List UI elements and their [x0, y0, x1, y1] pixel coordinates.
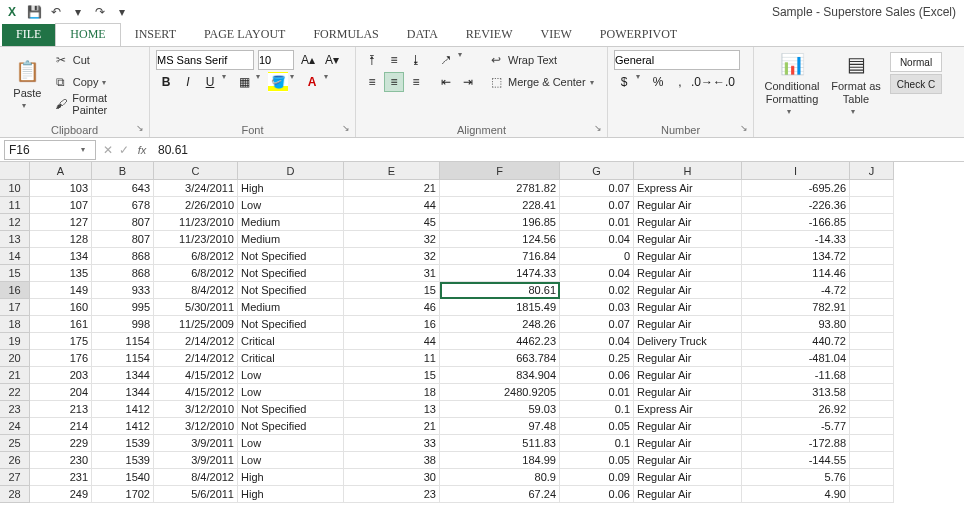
cell[interactable]: 4/15/2012 [154, 384, 238, 401]
cell[interactable]: Regular Air [634, 197, 742, 214]
copy-button[interactable]: ⧉Copy▾ [53, 72, 143, 92]
cell[interactable]: -14.33 [742, 231, 850, 248]
col-header-B[interactable]: B [92, 162, 154, 180]
cell[interactable]: 1815.49 [440, 299, 560, 316]
cell[interactable]: 716.84 [440, 248, 560, 265]
cell[interactable]: Not Specified [238, 418, 344, 435]
style-check-cell[interactable]: Check C [890, 74, 942, 94]
cf-dropdown-icon[interactable]: ▾ [787, 107, 797, 116]
row-header[interactable]: 22 [0, 384, 30, 401]
cell[interactable]: 230 [30, 452, 92, 469]
cell[interactable]: Not Specified [238, 282, 344, 299]
cell[interactable]: Delivery Truck [634, 333, 742, 350]
cell[interactable]: 11/25/2009 [154, 316, 238, 333]
cell[interactable]: Regular Air [634, 486, 742, 503]
cell[interactable]: -172.88 [742, 435, 850, 452]
align-top-button[interactable]: ⭱ [362, 50, 382, 70]
row-header[interactable]: 25 [0, 435, 30, 452]
cell[interactable]: 5/6/2011 [154, 486, 238, 503]
qat-customize-icon[interactable]: ▾ [114, 4, 130, 20]
clipboard-dialog-launcher[interactable]: ↘ [134, 122, 146, 134]
tab-home[interactable]: HOME [55, 23, 120, 46]
cell[interactable] [850, 231, 894, 248]
cell[interactable]: 161 [30, 316, 92, 333]
cell[interactable]: 0.07 [560, 180, 634, 197]
namebox-dropdown-icon[interactable]: ▾ [81, 145, 91, 154]
cell[interactable]: 0.09 [560, 469, 634, 486]
cell[interactable]: 103 [30, 180, 92, 197]
merge-center-button[interactable]: ⬚Merge & Center▾ [488, 72, 600, 92]
cell[interactable]: 1412 [92, 401, 154, 418]
cell[interactable]: 0.06 [560, 367, 634, 384]
cell[interactable]: High [238, 469, 344, 486]
row-header[interactable]: 27 [0, 469, 30, 486]
cell[interactable] [850, 486, 894, 503]
cell[interactable]: 995 [92, 299, 154, 316]
cut-button[interactable]: ✂Cut [53, 50, 143, 70]
cell[interactable]: 45 [344, 214, 440, 231]
formula-input[interactable]: 80.61 [152, 143, 964, 157]
cell[interactable]: 11 [344, 350, 440, 367]
excel-app-icon[interactable]: X [4, 4, 20, 20]
cell[interactable]: 807 [92, 214, 154, 231]
number-dialog-launcher[interactable]: ↘ [738, 122, 750, 134]
cell[interactable] [850, 214, 894, 231]
cell[interactable]: 213 [30, 401, 92, 418]
col-header-F[interactable]: F [440, 162, 560, 180]
cell[interactable]: Not Specified [238, 265, 344, 282]
cell[interactable]: 93.80 [742, 316, 850, 333]
cell[interactable] [850, 401, 894, 418]
align-center-button[interactable]: ≡ [384, 72, 404, 92]
tab-data[interactable]: DATA [393, 24, 452, 46]
save-icon[interactable]: 💾 [26, 4, 42, 20]
decrease-decimal-button[interactable]: ←.0 [714, 72, 734, 92]
fat-dropdown-icon[interactable]: ▾ [851, 107, 861, 116]
cell[interactable]: Low [238, 384, 344, 401]
cell[interactable]: 231 [30, 469, 92, 486]
cell[interactable]: High [238, 486, 344, 503]
cell[interactable]: -695.26 [742, 180, 850, 197]
cell[interactable]: 868 [92, 248, 154, 265]
cell[interactable]: 0.04 [560, 231, 634, 248]
cell[interactable]: 124.56 [440, 231, 560, 248]
cell[interactable]: Regular Air [634, 316, 742, 333]
cell[interactable]: 8/4/2012 [154, 282, 238, 299]
cell[interactable]: Medium [238, 231, 344, 248]
cell[interactable]: Low [238, 367, 344, 384]
cell[interactable]: 204 [30, 384, 92, 401]
cell[interactable]: Regular Air [634, 367, 742, 384]
border-button[interactable]: ▦ [234, 72, 254, 92]
cell[interactable]: 0.03 [560, 299, 634, 316]
cell[interactable]: 176 [30, 350, 92, 367]
currency-button[interactable]: $ [614, 72, 634, 92]
cell[interactable]: 248.26 [440, 316, 560, 333]
cell[interactable]: 313.58 [742, 384, 850, 401]
cell[interactable]: Regular Air [634, 350, 742, 367]
cell[interactable]: Regular Air [634, 248, 742, 265]
cell[interactable]: 59.03 [440, 401, 560, 418]
cell[interactable]: 0.01 [560, 214, 634, 231]
row-header[interactable]: 16 [0, 282, 30, 299]
cell[interactable]: 11/23/2010 [154, 214, 238, 231]
col-header-C[interactable]: C [154, 162, 238, 180]
cell[interactable]: 807 [92, 231, 154, 248]
cell[interactable]: 6/8/2012 [154, 265, 238, 282]
cell[interactable]: 18 [344, 384, 440, 401]
cell[interactable] [850, 350, 894, 367]
name-box[interactable]: F16▾ [4, 140, 96, 160]
cell[interactable]: 1154 [92, 333, 154, 350]
cell[interactable]: 678 [92, 197, 154, 214]
cell[interactable]: 107 [30, 197, 92, 214]
cell[interactable] [850, 469, 894, 486]
cell[interactable] [850, 316, 894, 333]
cell[interactable]: 127 [30, 214, 92, 231]
redo-icon[interactable]: ↷ [92, 4, 108, 20]
cell[interactable]: 0.25 [560, 350, 634, 367]
cell[interactable]: 160 [30, 299, 92, 316]
cell[interactable]: 128 [30, 231, 92, 248]
cell[interactable]: 1344 [92, 384, 154, 401]
cell-styles-gallery[interactable]: Normal Check C [888, 50, 944, 96]
cell[interactable]: 0.05 [560, 418, 634, 435]
cell[interactable] [850, 418, 894, 435]
cell[interactable] [850, 435, 894, 452]
